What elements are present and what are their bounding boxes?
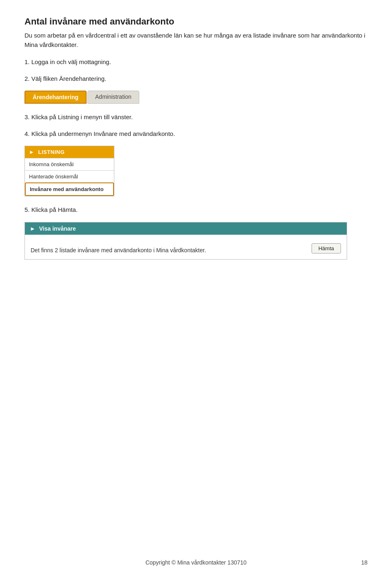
sidebar-item-hanterade[interactable]: Hanterade önskemål	[25, 170, 114, 182]
sidebar-header[interactable]: ► LISTNING	[25, 146, 114, 158]
sidebar-item-invånare-label: Invånare med användarkonto	[30, 186, 104, 192]
step-5-text: Klicka på Hämta.	[31, 206, 78, 213]
step-1-number: 1.	[24, 58, 30, 65]
tab-arendehantering-label: Ärendehantering	[33, 94, 78, 100]
sidebar-arrow-icon: ►	[29, 149, 34, 155]
visa-box-header: ► Visa invånare	[25, 222, 347, 235]
intro-text: Du som arbetar på en vårdcentral i ett a…	[24, 31, 368, 49]
tab-administration[interactable]: Administration	[87, 91, 139, 104]
footer-copyright: Copyright © Mina vårdkontakter 130710	[145, 559, 247, 566]
sidebar-item-invånare[interactable]: Invånare med användarkonto	[25, 182, 114, 196]
visa-header-arrow-icon: ►	[30, 225, 36, 232]
step-4-number: 4.	[24, 130, 30, 137]
hamta-button[interactable]: Hämta	[312, 243, 341, 253]
visa-box-body: Det finns 2 listade invånare med använda…	[25, 235, 347, 259]
step-2-number: 2.	[24, 75, 30, 82]
sidebar-menu: ► LISTNING Inkomna önskemål Hanterade ön…	[24, 146, 114, 196]
sidebar-item-inkomna[interactable]: Inkomna önskemål	[25, 158, 114, 170]
tab-bar: Ärendehantering Administration	[24, 91, 180, 104]
visa-box: ► Visa invånare Det finns 2 listade invå…	[24, 222, 347, 260]
tab-administration-label: Administration	[95, 93, 131, 100]
step-3-text: Klicka på Listning i menyn till vänster.	[31, 113, 133, 120]
step-4-text: Klicka på undermenyn Invånare med använd…	[31, 130, 175, 137]
step-2-text: Välj fliken Ärendehantering.	[31, 75, 106, 82]
step-2: 2. Välj fliken Ärendehantering.	[24, 74, 368, 84]
sidebar-header-label: LISTNING	[38, 149, 65, 155]
step-3-number: 3.	[24, 113, 30, 120]
visa-box-text: Det finns 2 listade invånare med använda…	[31, 247, 206, 253]
step-4: 4. Klicka på undermenyn Invånare med anv…	[24, 129, 368, 139]
page-number: 18	[361, 559, 368, 566]
step-1: 1. Logga in och välj mottagning.	[24, 58, 368, 67]
tab-arendehantering[interactable]: Ärendehantering	[24, 91, 87, 104]
footer: Copyright © Mina vårdkontakter 130710	[0, 559, 392, 566]
page-title: Antal invånare med användarkonto	[24, 16, 368, 27]
sidebar-item-inkomna-label: Inkomna önskemål	[29, 161, 74, 167]
step-1-text: Logga in och välj mottagning.	[31, 58, 111, 65]
sidebar-item-hanterade-label: Hanterade önskemål	[29, 173, 78, 180]
step-5-number: 5.	[24, 206, 30, 213]
step-5: 5. Klicka på Hämta.	[24, 205, 368, 215]
step-3: 3. Klicka på Listning i menyn till vänst…	[24, 113, 368, 122]
visa-header-label: Visa invånare	[39, 225, 76, 232]
